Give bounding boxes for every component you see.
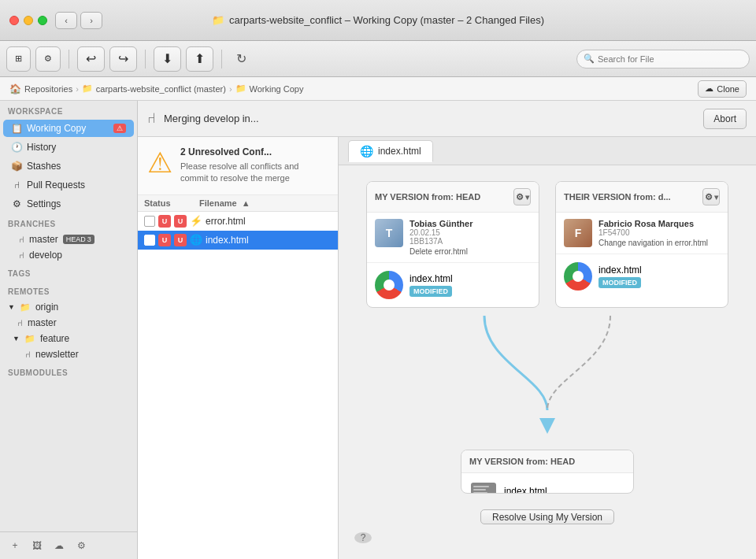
head-badge: HEAD 3 xyxy=(63,235,94,244)
toolbar-btn-3[interactable]: ↩ xyxy=(77,46,105,72)
fabricio-avatar: F xyxy=(564,219,592,247)
tobias-avatar: T xyxy=(375,219,403,247)
breadcrumb-wc-icon: 📁 xyxy=(235,83,246,94)
file-name-error: error.html xyxy=(206,216,246,227)
toolbar-icon-2: ⚙ xyxy=(44,54,52,64)
help-button[interactable]: ? xyxy=(354,532,372,543)
refresh-button[interactable]: ↻ xyxy=(230,48,252,70)
sidebar-working-copy-label: Working Copy xyxy=(27,123,109,134)
abort-button[interactable]: Abort xyxy=(703,109,747,129)
sidebar-remote-newsletter[interactable]: ⑁ newsletter xyxy=(0,346,137,362)
their-version-title: THEIR VERSION from: d... xyxy=(564,192,671,202)
sidebar-stashes-label: Stashes xyxy=(27,161,126,172)
add-button[interactable]: + xyxy=(6,537,24,554)
history-icon: 🕐 xyxy=(11,142,22,153)
breadcrumb-repo-name[interactable]: carparts-website_conflict (master) xyxy=(96,84,226,94)
conflict-message: Please resolve all conflicts and commit … xyxy=(180,161,328,185)
back-button[interactable]: ‹ xyxy=(55,12,77,29)
main-layout: Workspace 📋 Working Copy ⚠ 🕐 History 📦 S… xyxy=(0,101,756,559)
resolve-button[interactable]: Resolve Using My Version xyxy=(480,509,614,524)
toolbar-btn-2[interactable]: ⚙ xyxy=(35,46,61,72)
working-copy-icon: 📋 xyxy=(11,123,22,134)
sidebar-item-pull-requests[interactable]: ⑁ Pull Requests xyxy=(3,176,134,194)
feature-expand-icon: ▼ xyxy=(13,335,20,342)
file-checkbox-error[interactable] xyxy=(144,216,155,227)
my-version-filename: index.html xyxy=(410,273,453,284)
toolbar-separator-1 xyxy=(69,50,69,68)
sidebar-remote-origin[interactable]: ▼ 📁 origin xyxy=(0,299,137,315)
sidebar-item-stashes[interactable]: 📦 Stashes xyxy=(3,157,134,175)
file-name-index: index.html xyxy=(206,235,249,246)
toolbar-btn-1[interactable]: ⊞ xyxy=(6,46,31,72)
diff-tab-chrome-icon: 🌐 xyxy=(360,145,373,157)
remote-newsletter-label: newsletter xyxy=(35,349,79,360)
close-button[interactable] xyxy=(9,16,19,25)
toolbar-separator-3 xyxy=(221,50,222,68)
cloud-button[interactable]: ☁ xyxy=(50,537,68,554)
status-badge-u2: U xyxy=(174,215,187,228)
their-version-chrome-icon xyxy=(564,262,592,291)
sidebar-branch-master[interactable]: ⑁ master HEAD 3 xyxy=(0,231,137,247)
col-filename-header: Filename ▲ xyxy=(199,198,332,208)
sidebar-remote-master[interactable]: ⑁ master xyxy=(0,315,137,331)
nav-buttons: ‹ › xyxy=(55,12,102,29)
sidebar-branch-develop[interactable]: ⑁ develop xyxy=(0,247,137,263)
conflict-text: 2 Unresolved Conf... Please resolve all … xyxy=(180,146,328,185)
status-badge-u3: U xyxy=(158,234,171,246)
file-conflict-icon: ⚡ xyxy=(190,215,202,227)
minimize-button[interactable] xyxy=(24,16,33,25)
file-checkbox-index[interactable] xyxy=(144,235,155,246)
diff-panel: 🌐 index.html MY VERSION from: HEAD xyxy=(339,137,756,559)
their-version-card: THEIR VERSION from: d... ⚙ ▾ F xyxy=(555,181,728,308)
my-version-card: MY VERSION from: HEAD ⚙ ▾ T xyxy=(366,181,539,308)
search-input[interactable] xyxy=(598,54,743,64)
gallery-button[interactable]: 🖼 xyxy=(28,537,46,554)
status-badge-u1: U xyxy=(158,215,171,228)
my-version-gear-btn[interactable]: ⚙ ▾ xyxy=(513,188,531,205)
sidebar-remotes-header: Remotes xyxy=(0,281,137,299)
their-gear-chevron: ▾ xyxy=(714,193,718,202)
status-badge-u4: U xyxy=(174,234,187,246)
search-icon: 🔍 xyxy=(584,54,595,64)
branch-develop-label: develop xyxy=(29,250,62,261)
result-card-header: MY VERSION from: HEAD xyxy=(461,450,633,473)
merge-view: MY VERSION from: HEAD ⚙ ▾ T xyxy=(339,165,756,559)
their-version-gear-btn[interactable]: ⚙ ▾ xyxy=(702,188,720,205)
merge-columns: MY VERSION from: HEAD ⚙ ▾ T xyxy=(354,181,740,308)
toolbar-btn-5[interactable]: ⬇ xyxy=(154,46,181,72)
breadcrumb-repositories[interactable]: Repositories xyxy=(24,84,72,94)
file-row-error[interactable]: U U ⚡ error.html xyxy=(138,212,338,231)
merge-icon: ⑁ xyxy=(147,110,156,127)
merge-flow xyxy=(354,316,740,442)
forward-button[interactable]: › xyxy=(80,12,102,29)
toolbar: ⊞ ⚙ ↩ ↪ ⬇ ⬆ ↻ 🔍 xyxy=(0,41,756,77)
diff-tab-index[interactable]: 🌐 index.html xyxy=(348,140,433,162)
file-row-index[interactable]: U U 🌐 index.html xyxy=(138,231,338,250)
svg-rect-4 xyxy=(473,492,487,494)
toolbar-separator-2 xyxy=(145,50,146,68)
sidebar-item-working-copy[interactable]: 📋 Working Copy ⚠ xyxy=(3,120,134,137)
my-version-chrome-icon xyxy=(375,271,403,299)
their-version-hash: 1F54700 xyxy=(598,228,720,237)
toolbar-icon-3: ↩ xyxy=(86,51,96,66)
sidebar-item-history[interactable]: 🕐 History xyxy=(3,139,134,156)
toolbar-icon-5: ⬇ xyxy=(162,51,172,66)
toolbar-btn-4[interactable]: ↪ xyxy=(109,46,137,72)
sidebar-tags-header: Tags xyxy=(0,263,137,281)
settings-gear-button[interactable]: ⚙ xyxy=(72,537,90,554)
my-version-commit-details: Tobias Günther 20.02.15 1BB137A Delete e… xyxy=(410,219,531,256)
breadcrumb-working-copy[interactable]: Working Copy xyxy=(250,84,304,94)
newsletter-icon: ⑁ xyxy=(25,350,31,359)
settings-icon: ⚙ xyxy=(11,198,22,209)
result-header-title: MY VERSION from: HEAD xyxy=(469,457,575,466)
toolbar-btn-6[interactable]: ⬆ xyxy=(186,46,213,72)
diff-tab-label: index.html xyxy=(378,146,421,157)
my-version-hash: 1BB137A xyxy=(410,237,531,246)
maximize-button[interactable] xyxy=(38,16,47,25)
sidebar: Workspace 📋 Working Copy ⚠ 🕐 History 📦 S… xyxy=(0,101,138,559)
sidebar-remote-feature[interactable]: ▼ 📁 feature xyxy=(0,331,137,346)
result-file-icon xyxy=(469,481,498,494)
clone-button[interactable]: ☁ Clone xyxy=(698,80,747,98)
my-version-title: MY VERSION from: HEAD xyxy=(375,192,480,202)
sidebar-item-settings[interactable]: ⚙ Settings xyxy=(3,195,134,213)
